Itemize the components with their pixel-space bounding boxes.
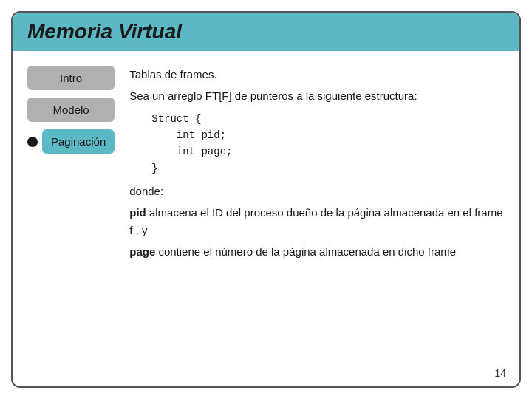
page-bold: page [129, 245, 155, 258]
pid-description: pid almacena el ID del proceso dueño de … [129, 204, 505, 239]
sidebar: Intro Modelo Paginación [27, 66, 115, 366]
sidebar-item-modelo[interactable]: Modelo [27, 98, 115, 122]
desc-block: donde: pid almacena el ID del proceso du… [129, 183, 505, 260]
slide-body: Intro Modelo Paginación Tablas de frames… [13, 51, 519, 381]
content-intro: Sea un arreglo FT[F] de punteros a la si… [129, 87, 505, 104]
pid-bold: pid [129, 206, 146, 219]
code-block: Struct { int pid; int page; } [151, 111, 505, 177]
slide-container: Memoria Virtual Intro Modelo Paginación … [11, 11, 521, 388]
page-number: 14 [494, 367, 506, 379]
sidebar-item-paginacion[interactable]: Paginación [42, 129, 115, 154]
slide-title: Memoria Virtual [13, 13, 519, 51]
code-line-page: int page; [151, 143, 505, 160]
active-bullet-icon [27, 137, 38, 147]
title-text: Memoria Virtual [27, 20, 505, 44]
code-line-struct: Struct { [151, 111, 505, 127]
pid-text: almacena el ID del proceso dueño de la p… [129, 206, 502, 236]
sidebar-item-paginacion-row: Paginación [27, 129, 115, 154]
donde-label: donde: [129, 183, 505, 200]
content-heading: Tablas de frames. [129, 66, 505, 83]
code-line-close: } [151, 160, 505, 177]
code-line-pid: int pid; [151, 127, 505, 143]
page-text: contiene el número de la página almacena… [155, 245, 456, 258]
content-area: Tablas de frames. Sea un arreglo FT[F] d… [129, 66, 505, 366]
sidebar-item-intro[interactable]: Intro [27, 66, 115, 90]
page-description: page contiene el número de la página alm… [129, 243, 505, 260]
